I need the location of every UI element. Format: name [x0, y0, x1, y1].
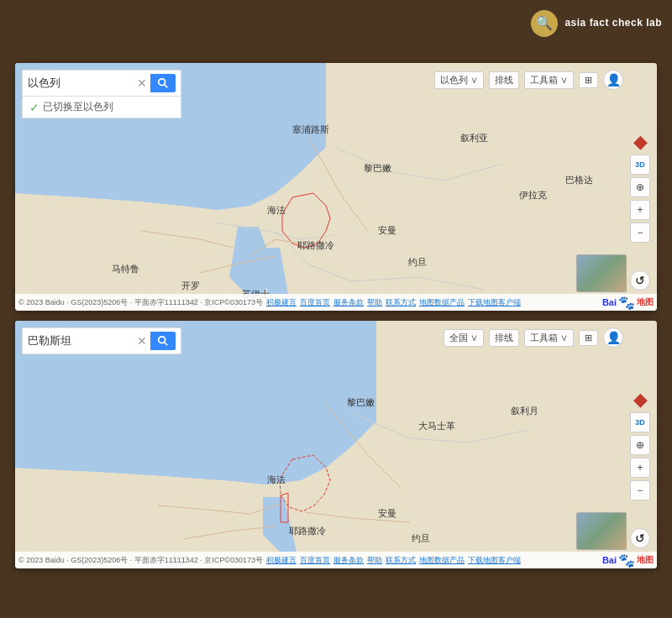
status-link-help-2[interactable]: 帮助 [367, 555, 382, 566]
svg-line-25 [165, 85, 168, 88]
search-text-1: 以色列 [28, 76, 134, 91]
baidu-map-text-2: 地图 [637, 554, 654, 566]
status-link-feedback-2[interactable]: 积极建言 [266, 555, 297, 566]
thumb-img-1 [577, 255, 626, 291]
status-link-download-1[interactable]: 下载地图客户端 [468, 297, 521, 308]
baidu-logo-1: Bai🐾地图 [602, 295, 654, 311]
branding: 🔍 asia fact check lab [531, 10, 662, 37]
compass-1[interactable]: ◆ [630, 132, 650, 152]
search-input-row-2[interactable]: 巴勒斯坦 ✕ [22, 327, 181, 354]
baidu-paw-1: 🐾 [618, 295, 635, 311]
map-panel-2: 黎巴嫩 大马士革 叙利月 海法 安曼 耶路撒冷 约旦 开罗 亦罗 巴勒斯坦 ✕ [15, 321, 657, 568]
status-link-service-1[interactable]: 服务条款 [333, 297, 364, 308]
rotate-button-2[interactable]: ↺ [630, 528, 650, 548]
branding-icon: 🔍 [531, 10, 558, 37]
search-icon-2 [157, 335, 169, 347]
status-link-download-2[interactable]: 下载地图客户端 [468, 555, 521, 566]
thumb-img-2 [577, 513, 626, 549]
svg-point-24 [159, 79, 165, 86]
ctrl-zoom-circle-2[interactable]: ⊕ [630, 435, 650, 455]
ctrl-zoom-out-2[interactable]: − [630, 480, 650, 500]
search-suggestion-1: ✓ 已切换至以色列 [22, 97, 181, 118]
baidu-logo-2: Bai🐾地图 [602, 553, 654, 568]
status-link-contact-2[interactable]: 联系方式 [386, 555, 416, 566]
search-text-2: 巴勒斯坦 [28, 333, 134, 348]
baidu-b-1: Bai [602, 297, 617, 307]
suggestion-check-1: ✓ [29, 101, 39, 114]
ctrl-zoom-in-2[interactable]: + [630, 458, 650, 478]
toolbar-grid-2[interactable]: ⊞ [579, 330, 598, 346]
map-status-2: © 2023 Baidu · GS(2023)5206号 · 平面赤字11111… [15, 552, 657, 568]
status-link-mapdata-2[interactable]: 地图数据产品 [419, 555, 465, 566]
ctrl-zoom-out-1[interactable]: − [630, 223, 650, 243]
toolbar-avatar-2[interactable]: 👤 [603, 327, 623, 348]
baidu-map-text-1: 地图 [637, 296, 654, 308]
toolbar-region-1[interactable]: 以色列 ∨ [434, 71, 484, 89]
search-bar-2: 巴勒斯坦 ✕ [22, 327, 181, 354]
map-toolbar-2: 全国 ∨ 排线 工具箱 ∨ ⊞ 👤 [444, 327, 623, 348]
branding-text: asia fact check lab [564, 17, 662, 30]
status-link-help-1[interactable]: 帮助 [367, 297, 382, 308]
map-controls-2: ◆ 3D ⊕ + − [630, 390, 650, 500]
status-link-home-1[interactable]: 百度首页 [300, 297, 330, 308]
search-button-1[interactable] [150, 74, 176, 92]
rotate-button-1[interactable]: ↺ [630, 270, 650, 291]
search-button-2[interactable] [150, 332, 176, 350]
svg-point-44 [159, 337, 165, 343]
compass-2[interactable]: ◆ [630, 390, 650, 410]
toolbar-tools-2[interactable]: 工具箱 ∨ [524, 329, 574, 347]
suggestion-text-1: 已切换至以色列 [43, 100, 113, 114]
status-copyright-2: © 2023 Baidu · GS(2023)5206号 · 平面赤字11111… [18, 555, 263, 566]
status-link-service-2[interactable]: 服务条款 [333, 555, 364, 566]
search-clear-1[interactable]: ✕ [137, 76, 147, 90]
toolbar-route-1[interactable]: 排线 [489, 71, 519, 89]
maps-container: 塞浦路斯 叙利亚 黎巴嫩 伊拉克 巴格达 海法 安曼 耶路撒冷 约旦 马特鲁 开… [0, 63, 672, 568]
ctrl-zoom-in-1[interactable]: + [630, 200, 650, 220]
status-link-home-2[interactable]: 百度首页 [300, 555, 330, 566]
map-panel-1: 塞浦路斯 叙利亚 黎巴嫩 伊拉克 巴格达 海法 安曼 耶路撒冷 约旦 马特鲁 开… [15, 63, 657, 311]
map-thumbnail-2 [576, 512, 627, 550]
search-bar-1: 以色列 ✕ ✓ 已切换至以色列 [22, 70, 181, 118]
map-thumbnail-1 [576, 254, 627, 292]
baidu-b-2: Bai [602, 555, 617, 565]
search-input-row-1[interactable]: 以色列 ✕ [22, 70, 181, 97]
toolbar-avatar-1[interactable]: 👤 [603, 70, 623, 90]
map-toolbar-1: 以色列 ∨ 排线 工具箱 ∨ ⊞ 👤 [434, 70, 623, 90]
search-icon-1 [157, 77, 169, 89]
ctrl-zoom-circle-1[interactable]: ⊕ [630, 177, 650, 197]
toolbar-region-2[interactable]: 全国 ∨ [444, 329, 484, 347]
status-link-contact-1[interactable]: 联系方式 [386, 297, 416, 308]
search-clear-2[interactable]: ✕ [137, 334, 147, 348]
toolbar-grid-1[interactable]: ⊞ [579, 72, 598, 88]
toolbar-tools-1[interactable]: 工具箱 ∨ [524, 71, 574, 89]
map-background-2 [15, 321, 657, 568]
map-controls-1: ◆ 3D ⊕ + − [630, 132, 650, 243]
ctrl-3d-2[interactable]: 3D [630, 412, 650, 432]
toolbar-route-2[interactable]: 排线 [489, 329, 519, 347]
baidu-paw-2: 🐾 [618, 553, 635, 568]
status-link-feedback-1[interactable]: 积极建言 [266, 297, 297, 308]
status-copyright-1: © 2023 Baidu · GS(2023)5206号 · 平面赤字11111… [18, 297, 263, 308]
map-status-1: © 2023 Baidu · GS(2023)5206号 · 平面赤字11111… [15, 294, 657, 311]
status-link-mapdata-1[interactable]: 地图数据产品 [419, 297, 465, 308]
ctrl-3d-1[interactable]: 3D [630, 154, 650, 175]
svg-line-45 [165, 343, 168, 346]
